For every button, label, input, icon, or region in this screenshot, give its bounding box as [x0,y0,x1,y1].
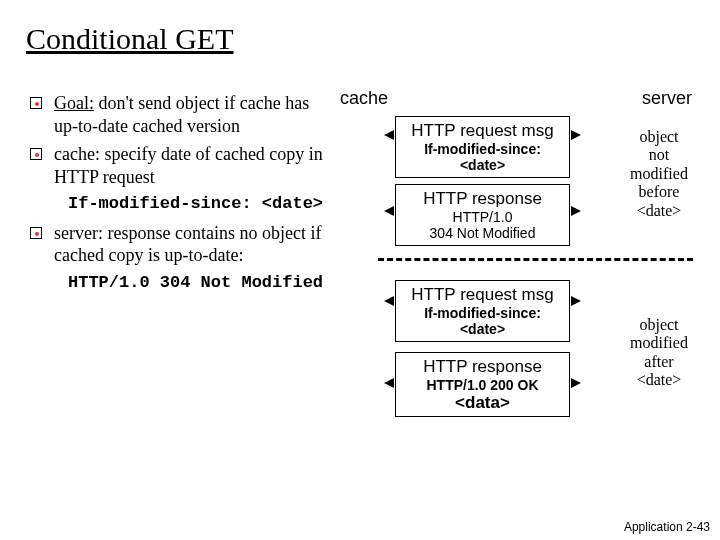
http-request-box-1: HTTP request msg If-modified-since: <dat… [395,116,570,178]
left-column: Goal: don't send object if cache has up-… [30,92,330,300]
arrow-right-icon [571,378,581,388]
side-note-2: objectmodifiedafter<date> [624,316,694,390]
bullet-sub-code: If-modified-since: <date> [68,194,330,214]
arrow-right-icon [571,206,581,216]
divider-dashed [378,258,693,261]
bullet-sub-code: HTTP/1.0 304 Not Modified [68,273,330,293]
bullet-item: cache: specify date of cached copy in HT… [30,143,330,188]
bullet-dot-icon [35,153,39,157]
diagram: cache server HTTP request msg If-modifie… [340,88,700,518]
box-line: HTTP response [400,189,565,209]
box-line: <data> [400,393,565,413]
arrow-left-icon [384,378,394,388]
slide-footer: Application 2-43 [624,520,710,534]
arrow-right-icon [571,130,581,140]
box-line: If-modified-since: <date> [400,141,565,173]
bullet-body: cache: specify date of cached copy in HT… [54,143,330,188]
bullet-box-icon [30,97,42,109]
http-response-box-1: HTTP response HTTP/1.0 304 Not Modified [395,184,570,246]
arrow-left-icon [384,130,394,140]
bullet-dot-icon [35,232,39,236]
arrow-right-icon [571,296,581,306]
server-label: server [642,88,692,109]
http-request-box-2: HTTP request msg If-modified-since: <dat… [395,280,570,342]
bullet-item: server: response contains no object if c… [30,222,330,267]
arrow-left-icon [384,296,394,306]
box-line: HTTP request msg [400,285,565,305]
bullet-box-icon [30,148,42,160]
bullet-box-icon [30,227,42,239]
side-note-1: objectnotmodifiedbefore<date> [624,128,694,220]
bullet-item: Goal: don't send object if cache has up-… [30,92,330,137]
box-line: HTTP/1.0 200 OK [400,377,565,393]
bullet-text: Goal: don't send object if cache has up-… [54,92,330,137]
page-title: Conditional GET [26,22,233,56]
box-line: HTTP request msg [400,121,565,141]
arrow-left-icon [384,206,394,216]
bullet-body: server: response contains no object if c… [54,222,330,267]
bullet-prefix: Goal: [54,93,94,113]
box-line: HTTP response [400,357,565,377]
cache-label: cache [340,88,388,109]
bullet-dot-icon [35,102,39,106]
box-line: If-modified-since: <date> [400,305,565,337]
box-line: 304 Not Modified [400,225,565,241]
box-line: HTTP/1.0 [400,209,565,225]
http-response-box-2: HTTP response HTTP/1.0 200 OK <data> [395,352,570,417]
